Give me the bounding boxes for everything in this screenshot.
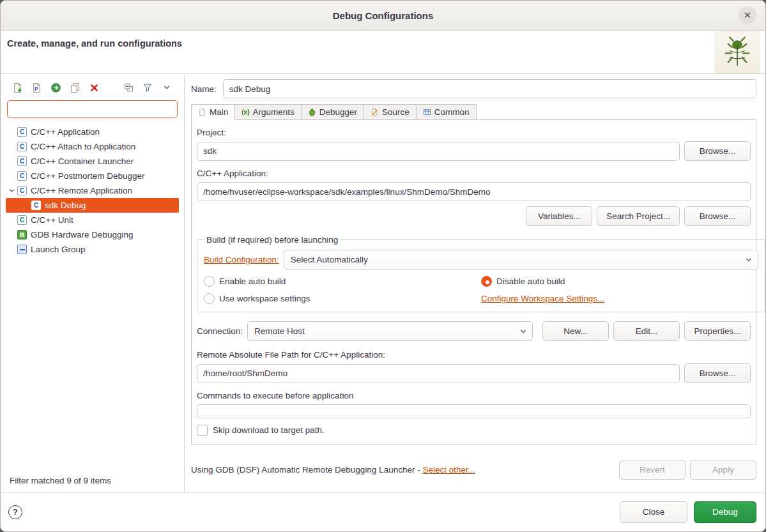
tree-item-cpp-remote-application[interactable]: C C/C++ Remote Application [6, 183, 179, 198]
svg-text:P: P [34, 85, 38, 91]
chevron-down-icon [519, 328, 527, 335]
page-icon [198, 108, 206, 116]
tree-item-cpp-attach[interactable]: C C/C++ Attach to Application [6, 139, 179, 154]
search-project-button[interactable]: Search Project... [597, 206, 680, 226]
apply-button[interactable]: Apply [690, 460, 756, 480]
chevron-down-icon [745, 256, 753, 264]
application-path-input[interactable] [197, 182, 751, 201]
select-other-link[interactable]: Select other... [422, 465, 475, 475]
tab-arguments[interactable]: (x) Arguments [234, 104, 302, 120]
name-label: Name: [191, 84, 217, 94]
tab-common[interactable]: Common [416, 104, 477, 120]
toolbar-menu-chevron-icon[interactable] [160, 81, 173, 94]
build-configuration-select[interactable]: Select Automatically [284, 250, 758, 270]
remote-path-label: Remote Absolute File Path for C/C++ Appl… [197, 350, 751, 360]
revert-button[interactable]: Revert [619, 460, 686, 480]
configuration-editor: Name: Main (x) Arguments Debugger [185, 74, 765, 492]
tab-bar: Main (x) Arguments Debugger Source Commo… [191, 104, 756, 120]
application-row [197, 182, 751, 201]
filter-icon[interactable] [141, 81, 154, 94]
enable-auto-build-label: Enable auto build [219, 277, 286, 286]
c-cpp-icon: C [17, 142, 27, 151]
skip-download-label: Skip download to target path. [213, 425, 325, 435]
tree-item-gdb-hardware[interactable]: GDB Hardware Debugging [6, 227, 179, 242]
tree-item-cpp-container[interactable]: C C/C++ Container Launcher [6, 154, 179, 169]
build-configuration-row: Build Configuration: Select Automaticall… [204, 250, 758, 270]
dialog-body: P [1, 74, 765, 492]
new-prototype-icon[interactable]: P [30, 81, 43, 94]
commands-row [197, 404, 751, 418]
new-configuration-icon[interactable] [11, 81, 24, 94]
tree-item-launch-group[interactable]: Launch Group [6, 242, 179, 257]
remote-path-row: Browse... [197, 363, 751, 383]
auto-build-radio-row: Enable auto build Disable auto build [204, 276, 758, 287]
connection-edit-button[interactable]: Edit... [613, 321, 680, 341]
filter-status: Filter matched 9 of 9 items [6, 471, 179, 487]
c-cpp-icon: C [17, 156, 27, 166]
remote-path-browse-button[interactable]: Browse... [684, 363, 751, 383]
collapse-all-icon[interactable] [122, 81, 135, 94]
dialog-subtitle: Create, manage, and run configurations [7, 38, 182, 49]
title-bar: Debug Configurations ✕ [1, 1, 765, 31]
close-button[interactable]: Close [620, 501, 687, 523]
disable-auto-build-radio[interactable] [481, 276, 492, 287]
remote-path-input[interactable] [197, 364, 680, 383]
tab-debugger[interactable]: Debugger [301, 104, 364, 120]
name-row: Name: [191, 79, 756, 98]
application-browse-button[interactable]: Browse... [684, 206, 751, 226]
source-icon [371, 108, 379, 116]
sidebar-toolbar: P [6, 78, 179, 97]
connection-new-button[interactable]: New... [542, 321, 609, 341]
commands-label: Commands to execute before application [197, 391, 751, 400]
name-input[interactable] [223, 79, 756, 98]
export-configuration-icon[interactable] [49, 81, 62, 94]
help-icon[interactable]: ? [8, 505, 22, 519]
duplicate-icon[interactable] [68, 81, 81, 94]
gdb-chip-icon [17, 230, 27, 239]
skip-download-checkbox[interactable] [197, 425, 208, 436]
project-row: Browse... [197, 141, 751, 161]
expand-chevron-icon[interactable] [6, 187, 17, 194]
close-icon[interactable]: ✕ [739, 6, 756, 24]
use-workspace-settings-radio[interactable] [204, 293, 215, 304]
project-browse-button[interactable]: Browse... [684, 141, 751, 161]
tab-main[interactable]: Main [191, 104, 235, 120]
enable-auto-build-radio[interactable] [204, 276, 215, 287]
launcher-text: Using GDB (DSF) Automatic Remote Debuggi… [191, 465, 422, 475]
delete-icon[interactable] [88, 81, 100, 94]
tree-item-cpp-postmortem[interactable]: C C/C++ Postmortem Debugger [6, 169, 179, 183]
debugger-bug-icon [308, 108, 316, 116]
filter-input[interactable] [7, 100, 178, 118]
main-tab-content: Project: Browse... C/C++ Application: Va… [191, 119, 756, 445]
c-cpp-icon: C [17, 127, 27, 137]
build-group: Build (if required) before launching Bui… [197, 235, 765, 312]
use-workspace-settings-label: Use workspace settings [219, 294, 310, 303]
tree-item-cpp-unit[interactable]: C C/C++ Unit [6, 213, 179, 227]
debug-button[interactable]: Debug [694, 501, 756, 523]
dialog-header: Create, manage, and run configurations [1, 31, 765, 74]
skip-download-row: Skip download to target path. [197, 425, 751, 436]
tab-source[interactable]: Source [364, 104, 417, 120]
debug-bug-banner [714, 31, 760, 73]
tree-item-cpp-application[interactable]: C C/C++ Application [6, 125, 179, 139]
debug-configurations-dialog: Debug Configurations ✕ Create, manage, a… [0, 0, 766, 532]
c-cpp-icon: C [17, 171, 27, 181]
project-input[interactable] [197, 142, 680, 161]
launch-group-icon [17, 245, 27, 254]
commands-input[interactable] [197, 404, 751, 418]
build-configuration-link[interactable]: Build Configuration: [204, 255, 279, 264]
project-label: Project: [197, 128, 751, 137]
connection-properties-button[interactable]: Properties... [684, 321, 751, 341]
connection-label: Connection: [197, 326, 243, 336]
connection-row: Connection: Remote Host New... Edit... P… [197, 321, 751, 341]
bug-icon [721, 34, 754, 70]
tree-item-sdk-debug[interactable]: C sdk Debug [6, 198, 179, 213]
common-table-icon [423, 108, 431, 116]
c-cpp-unit-icon: C [17, 215, 27, 225]
disable-auto-build-label: Disable auto build [496, 277, 565, 286]
configure-workspace-settings-link[interactable]: Configure Workspace Settings... [481, 294, 604, 303]
connection-select[interactable]: Remote Host [247, 321, 533, 341]
variables-button[interactable]: Variables... [526, 206, 592, 226]
c-cpp-icon: C [31, 201, 41, 210]
application-buttons: Variables... Search Project... Browse... [197, 206, 751, 226]
